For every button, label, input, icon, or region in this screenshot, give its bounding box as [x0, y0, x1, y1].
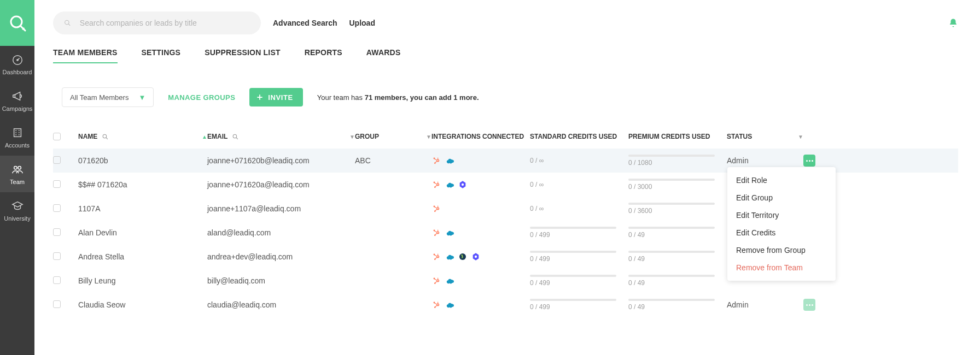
hubspot-icon — [431, 180, 441, 190]
cell-premium-credits: 0 / 49 — [628, 275, 727, 287]
cell-name: Alan Devlin — [78, 228, 207, 237]
cell-name: Claudia Seow — [78, 300, 207, 309]
sidebar-item-label: Accounts — [5, 142, 30, 149]
cell-integrations — [431, 276, 530, 286]
row-checkbox[interactable] — [53, 204, 61, 212]
svg-rect-50 — [434, 279, 437, 280]
svg-rect-27 — [434, 206, 437, 208]
cell-name: 071620b — [78, 156, 207, 165]
sidebar-item-university[interactable]: University — [0, 192, 34, 229]
hubspot-icon — [431, 300, 441, 310]
svg-point-53 — [438, 280, 439, 281]
megaphone-icon — [11, 90, 24, 102]
svg-point-5 — [18, 166, 20, 169]
search-input[interactable] — [80, 19, 250, 27]
advanced-search-link[interactable]: Advanced Search — [273, 19, 337, 27]
svg-rect-36 — [438, 230, 438, 232]
table-header: NAME ▲ EMAIL ▼ GROUP ▼ INTEGRATIONS CONN… — [53, 125, 958, 149]
tab-settings[interactable]: SETTINGS — [142, 48, 181, 63]
cell-name: Andrea Stella — [78, 252, 207, 261]
hubspot-icon — [431, 276, 441, 286]
upload-link[interactable]: Upload — [349, 19, 375, 27]
cell-standard-credits: 0 / 499 — [530, 299, 628, 311]
row-checkbox[interactable] — [53, 156, 61, 164]
sidebar-item-team[interactable]: Team — [0, 156, 34, 192]
svg-rect-34 — [434, 230, 437, 232]
column-integrations: INTEGRATIONS CONNECTED — [431, 133, 530, 140]
cell-premium-credits: 0 / 3000 — [628, 179, 727, 191]
cell-email: joanne+071620a@leadiq.com — [207, 180, 355, 189]
cell-premium-credits: 0 / 3600 — [628, 203, 727, 215]
row-checkbox[interactable] — [53, 228, 61, 236]
cell-integrations — [431, 300, 530, 310]
group-filter-dropdown[interactable]: All Team Members ▼ — [62, 87, 154, 107]
table-row[interactable]: Claudia Seow claudia@leadiq.com 0 / 499 … — [53, 293, 958, 317]
svg-point-23 — [462, 184, 464, 186]
sidebar-item-accounts[interactable]: Accounts — [0, 119, 34, 156]
row-checkbox[interactable] — [53, 276, 61, 284]
column-group[interactable]: GROUP ▼ — [355, 133, 431, 140]
notifications-bell-icon[interactable] — [948, 18, 958, 28]
column-standard-credits: STANDARD CREDITS USED — [530, 133, 628, 140]
row-checkbox[interactable] — [53, 300, 61, 308]
svg-rect-13 — [435, 161, 437, 163]
svg-rect-59 — [438, 302, 438, 304]
menu-edit-role[interactable]: Edit Role — [727, 171, 836, 189]
group-filter-value: All Team Members — [70, 93, 129, 102]
main-content: Advanced Search Upload TEAM MEMBERS SETT… — [34, 0, 980, 355]
row-checkbox[interactable] — [53, 252, 61, 260]
svg-rect-29 — [438, 206, 438, 208]
row-checkbox[interactable] — [53, 180, 61, 188]
topbar: Advanced Search Upload — [53, 0, 958, 46]
menu-edit-group[interactable]: Edit Group — [727, 189, 836, 206]
invite-button[interactable]: INVITE — [249, 88, 303, 106]
svg-point-30 — [438, 208, 439, 209]
search-box[interactable] — [53, 11, 261, 34]
caret-down-icon: ▼ — [349, 134, 355, 140]
tab-suppression-list[interactable]: SUPPRESSION LIST — [205, 48, 281, 63]
svg-rect-35 — [435, 233, 437, 235]
column-email[interactable]: EMAIL ▼ — [207, 133, 355, 140]
row-actions-button[interactable] — [803, 299, 815, 311]
menu-remove-from-group[interactable]: Remove from Group — [727, 241, 836, 259]
app-logo[interactable] — [0, 0, 34, 46]
cell-email: aland@leadiq.com — [207, 228, 355, 237]
salesforce-icon — [445, 252, 454, 262]
team-icon — [11, 163, 24, 175]
salesforce-icon — [445, 228, 454, 238]
svg-point-22 — [438, 184, 439, 185]
sidebar: Dashboard Campaigns Accounts Team Univer… — [0, 0, 34, 355]
cell-standard-credits: 0 / 499 — [530, 275, 628, 287]
menu-remove-from-team[interactable]: Remove from Team — [727, 259, 836, 276]
search-icon — [102, 133, 109, 140]
svg-rect-52 — [438, 278, 438, 280]
tab-team-members[interactable]: TEAM MEMBERS — [53, 48, 118, 63]
svg-point-6 — [65, 20, 69, 24]
svg-point-44 — [438, 256, 439, 257]
cell-integrations — [431, 228, 530, 238]
column-premium-credits: PREMIUM CREDITS USED — [628, 133, 727, 140]
sidebar-item-dashboard[interactable]: Dashboard — [0, 46, 34, 82]
toolbar: All Team Members ▼ MANAGE GROUPS INVITE … — [62, 87, 958, 107]
tab-reports[interactable]: REPORTS — [305, 48, 342, 63]
cell-standard-credits: 0 / 499 — [530, 227, 628, 239]
cell-premium-credits: 0 / 1080 — [628, 155, 727, 167]
select-all-checkbox[interactable] — [53, 133, 61, 140]
tab-awards[interactable]: AWARDS — [366, 48, 401, 63]
salesloft-icon — [458, 252, 468, 262]
row-actions-menu: Edit Role Edit Group Edit Territory Edit… — [727, 167, 836, 281]
menu-edit-credits[interactable]: Edit Credits — [727, 224, 836, 241]
gauge-icon — [11, 54, 24, 66]
manage-groups-link[interactable]: MANAGE GROUPS — [168, 93, 235, 102]
cell-email: joanne+1107a@leadiq.com — [207, 204, 355, 213]
column-name[interactable]: NAME ▲ — [78, 133, 207, 140]
row-actions-button[interactable] — [803, 155, 815, 167]
cell-email: joanne+071620b@leadiq.com — [207, 156, 355, 165]
svg-rect-42 — [435, 257, 437, 259]
menu-edit-territory[interactable]: Edit Territory — [727, 206, 836, 224]
svg-point-15 — [438, 160, 439, 161]
column-status[interactable]: STATUS ▼ — [727, 133, 803, 140]
search-icon — [64, 19, 71, 27]
sidebar-item-campaigns[interactable]: Campaigns — [0, 82, 34, 119]
team-info-text: Your team has 71 members, you can add 1 … — [317, 93, 479, 102]
